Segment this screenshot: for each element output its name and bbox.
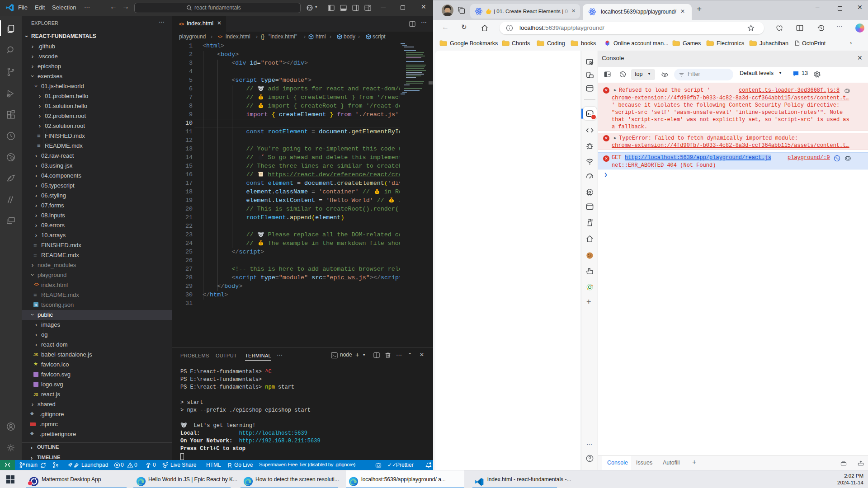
- svg-text:$: $: [260, 96, 262, 99]
- svg-text:$: $: [260, 104, 262, 108]
- svg-text:$: $: [391, 199, 392, 202]
- svg-text:$: $: [260, 242, 262, 245]
- svg-text:$: $: [376, 190, 378, 193]
